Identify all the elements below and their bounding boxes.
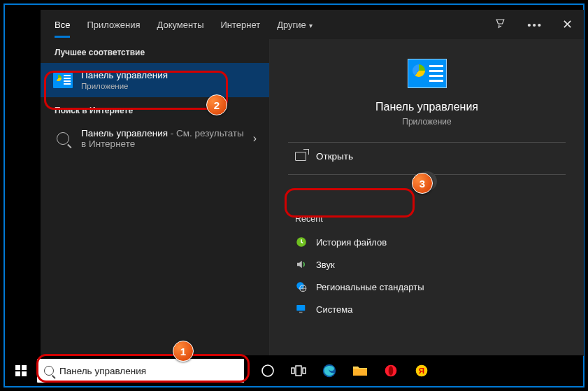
- web-result-query: Панель управления: [81, 128, 168, 138]
- svg-point-5: [262, 365, 273, 376]
- chevron-down-icon: ▾: [309, 22, 313, 29]
- detail-subtitle: Приложение: [270, 117, 584, 127]
- search-panel: Все Приложения Документы Интернет Другие…: [41, 10, 584, 356]
- tab-all[interactable]: Все: [55, 12, 70, 38]
- tab-apps[interactable]: Приложения: [87, 12, 140, 38]
- result-control-panel[interactable]: Панель управления Приложение: [41, 63, 269, 97]
- file-explorer-icon[interactable]: [345, 355, 375, 386]
- windows-logo-icon: [15, 365, 27, 376]
- tab-more[interactable]: Другие▾: [277, 12, 313, 38]
- results-column: Лучшее соответствие Панель управления Пр…: [41, 39, 270, 356]
- best-match-label: Лучшее соответствие: [41, 39, 269, 63]
- more-options-icon[interactable]: •••: [527, 19, 543, 31]
- cortana-button[interactable]: [252, 355, 283, 386]
- edge-icon[interactable]: [314, 355, 345, 386]
- expand-button[interactable]: [417, 171, 437, 191]
- system-icon: [295, 303, 308, 315]
- svg-rect-4: [299, 312, 303, 313]
- chevron-right-icon: ›: [253, 132, 257, 145]
- globe-icon: [295, 280, 308, 293]
- open-action[interactable]: Открыть: [270, 143, 584, 170]
- close-icon[interactable]: ✕: [562, 17, 573, 32]
- task-view-button[interactable]: [283, 355, 314, 386]
- svg-text:Я: Я: [419, 366, 424, 375]
- search-query: Панель управления: [59, 366, 146, 376]
- open-icon: [295, 152, 306, 161]
- start-button[interactable]: [5, 355, 37, 386]
- svg-rect-10: [353, 369, 367, 376]
- control-panel-large-icon: [408, 59, 447, 88]
- search-tabs: Все Приложения Документы Интернет Другие…: [41, 10, 584, 39]
- control-panel-icon: [53, 73, 73, 88]
- search-icon: [57, 132, 69, 145]
- svg-rect-3: [296, 305, 305, 311]
- result-subtitle: Приложение: [81, 82, 257, 90]
- sound-icon: [295, 258, 308, 271]
- recent-item-sound[interactable]: Звук: [288, 253, 566, 276]
- yandex-icon[interactable]: Я: [406, 355, 437, 386]
- tab-documents[interactable]: Документы: [157, 12, 203, 38]
- recent-item-file-history[interactable]: История файлов: [288, 231, 566, 253]
- recent-item-system[interactable]: Система: [288, 298, 566, 320]
- feedback-icon[interactable]: [495, 17, 508, 32]
- recent-item-region[interactable]: Региональные стандарты: [288, 276, 566, 298]
- svg-rect-8: [303, 368, 306, 374]
- search-web-label: Поиск в Интернете: [41, 97, 269, 121]
- open-label: Открыть: [316, 151, 353, 162]
- result-web-search[interactable]: Панель управления - См. результаты в Инт…: [41, 121, 269, 156]
- detail-title: Панель управления: [270, 101, 584, 113]
- tab-web[interactable]: Интернет: [220, 12, 260, 38]
- recent-section-label: Recent: [270, 201, 584, 231]
- search-icon: [44, 366, 54, 376]
- taskbar: Панель управления Я: [5, 355, 583, 386]
- result-title: Панель управления: [81, 70, 257, 80]
- svg-point-12: [389, 366, 394, 375]
- recent-list: История файлов Звук Региональные стандар…: [270, 231, 584, 320]
- opera-icon[interactable]: [375, 355, 406, 386]
- svg-rect-7: [296, 366, 301, 376]
- taskbar-search-box[interactable]: Панель управления: [37, 359, 244, 383]
- svg-rect-6: [292, 368, 294, 374]
- detail-column: Панель управления Приложение Открыть Rec…: [270, 39, 584, 356]
- history-icon: [295, 236, 308, 248]
